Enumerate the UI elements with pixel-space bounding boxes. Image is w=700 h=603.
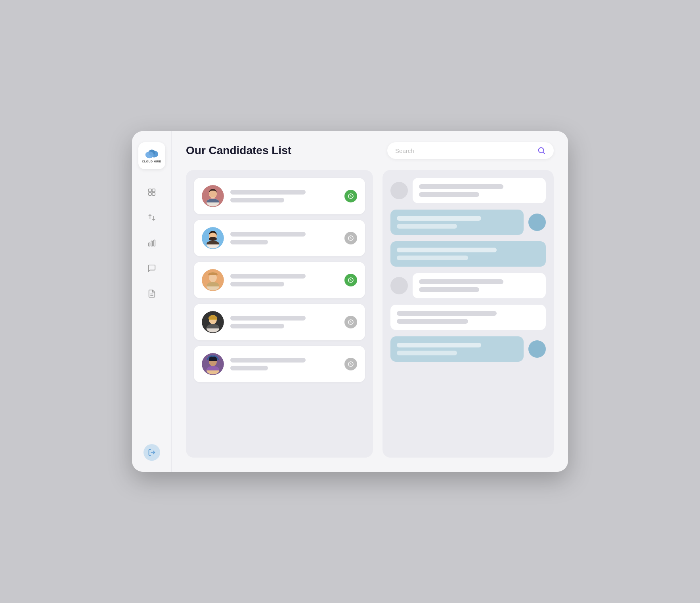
svg-rect-4 — [148, 189, 151, 192]
content-area — [172, 170, 568, 472]
detail-row-6 — [390, 336, 546, 362]
status-badge-inactive — [344, 358, 357, 370]
candidates-panel — [186, 170, 373, 458]
search-container — [387, 142, 554, 159]
detail-row-3 — [390, 241, 546, 267]
mini-avatar-2 — [390, 277, 408, 294]
avatar — [202, 227, 224, 249]
mini-avatar-1 — [390, 182, 408, 199]
name-placeholder — [230, 358, 306, 363]
detail-line — [397, 224, 457, 229]
avatar — [202, 311, 224, 333]
svg-point-14 — [539, 148, 544, 153]
teal-card-2[interactable] — [390, 241, 546, 267]
detail-line — [397, 311, 497, 316]
detail-row-4 — [390, 273, 546, 298]
detail-line — [419, 287, 479, 292]
candidate-card[interactable] — [194, 304, 365, 340]
search-input[interactable] — [395, 147, 533, 154]
cloud-logo-icon — [144, 148, 159, 159]
nav-items — [145, 185, 159, 444]
card-info — [230, 274, 338, 286]
header: Our Candidates List — [172, 131, 568, 170]
role-placeholder — [230, 324, 284, 328]
avatar — [202, 185, 224, 207]
svg-rect-8 — [148, 243, 150, 246]
card-info — [230, 358, 338, 370]
svg-point-18 — [209, 190, 217, 197]
candidate-card[interactable] — [194, 178, 365, 214]
app-frame: CLOUD HIRE — [132, 131, 568, 472]
status-badge-active — [344, 190, 357, 202]
svg-rect-7 — [152, 193, 155, 195]
main-content: Our Candidates List — [172, 131, 568, 472]
name-placeholder — [230, 274, 306, 279]
status-badge-active — [344, 274, 357, 286]
role-placeholder — [230, 366, 268, 370]
candidate-card[interactable] — [194, 346, 365, 382]
page-title: Our Candidates List — [186, 144, 379, 157]
logo-text: CLOUD HIRE — [142, 160, 161, 163]
svg-rect-6 — [148, 193, 151, 195]
card-info — [230, 316, 338, 328]
details-panel — [383, 170, 554, 458]
detail-line — [397, 343, 481, 347]
detail-line — [397, 256, 468, 260]
svg-rect-9 — [151, 241, 153, 246]
teal-card-3[interactable] — [390, 336, 524, 362]
big-circle-2 — [528, 340, 546, 358]
name-placeholder — [230, 316, 306, 321]
logout-button[interactable] — [143, 444, 160, 461]
name-placeholder — [230, 190, 306, 195]
candidate-card[interactable] — [194, 220, 365, 256]
detail-line — [419, 184, 503, 189]
role-placeholder — [230, 282, 284, 286]
status-badge-inactive — [344, 316, 357, 328]
svg-rect-5 — [152, 189, 155, 192]
detail-row-2 — [390, 210, 546, 235]
sidebar: CLOUD HIRE — [132, 131, 172, 472]
avatar — [202, 269, 224, 291]
card-info — [230, 190, 338, 202]
avatar — [202, 353, 224, 375]
role-placeholder — [230, 240, 268, 244]
detail-line — [397, 216, 481, 221]
search-button[interactable] — [537, 146, 546, 155]
detail-card-1[interactable] — [413, 178, 546, 203]
svg-point-3 — [145, 152, 153, 158]
detail-line — [397, 319, 468, 324]
candidate-card[interactable] — [194, 262, 365, 298]
svg-rect-10 — [153, 240, 155, 246]
detail-line — [419, 192, 479, 197]
svg-point-24 — [209, 237, 217, 241]
big-circle-1 — [528, 214, 546, 231]
logo: CLOUD HIRE — [138, 142, 165, 169]
svg-line-15 — [543, 152, 545, 154]
detail-card-3[interactable] — [390, 305, 546, 330]
role-placeholder — [230, 198, 284, 202]
detail-line — [397, 248, 497, 252]
nav-sort-icon[interactable] — [145, 210, 159, 225]
detail-card-2[interactable] — [413, 273, 546, 298]
card-info — [230, 232, 338, 244]
name-placeholder — [230, 232, 306, 237]
status-badge-inactive — [344, 232, 357, 244]
detail-line — [419, 279, 503, 284]
teal-card-1[interactable] — [390, 210, 524, 235]
detail-row-1 — [390, 178, 546, 203]
detail-row-5 — [390, 305, 546, 330]
nav-chart-icon[interactable] — [145, 236, 159, 250]
nav-chat-icon[interactable] — [145, 261, 159, 275]
detail-line — [397, 351, 457, 355]
nav-candidates-icon[interactable] — [145, 185, 159, 199]
nav-document-icon[interactable] — [145, 286, 159, 301]
